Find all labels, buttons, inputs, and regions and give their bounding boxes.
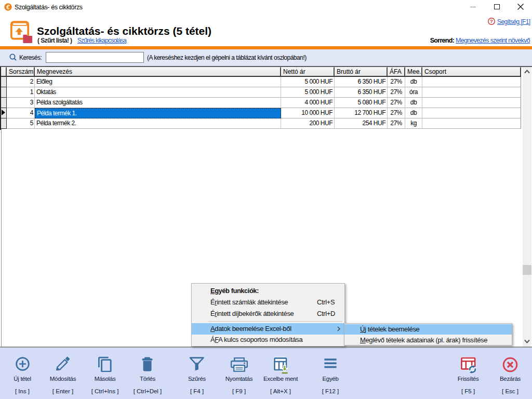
svg-text:?: ?: [490, 18, 493, 24]
